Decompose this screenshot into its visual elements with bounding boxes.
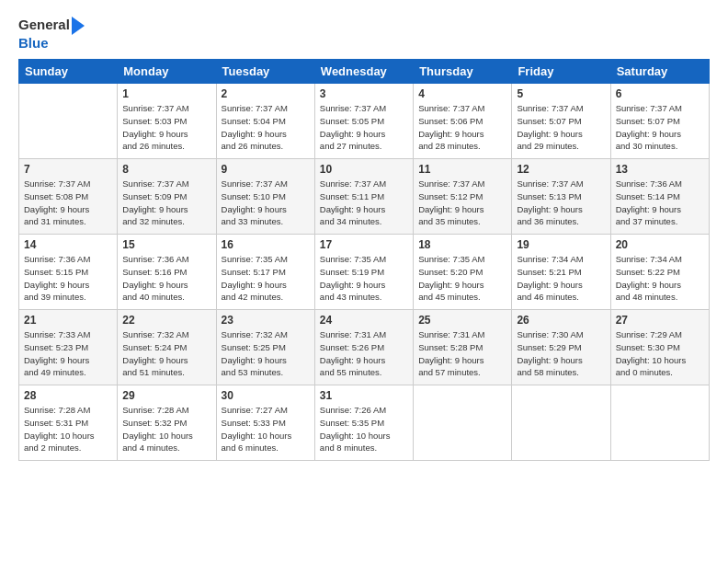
day-info: Sunrise: 7:37 AM Sunset: 5:09 PM Dayligh… (122, 178, 210, 228)
day-number: 12 (517, 163, 605, 176)
header-row: SundayMondayTuesdayWednesdayThursdayFrid… (19, 60, 710, 84)
day-number: 7 (24, 163, 112, 176)
day-number: 15 (122, 238, 210, 251)
day-cell: 20Sunrise: 7:34 AM Sunset: 5:22 PM Dayli… (610, 235, 709, 310)
day-cell: 31Sunrise: 7:26 AM Sunset: 5:35 PM Dayli… (314, 385, 413, 461)
day-number: 28 (24, 389, 112, 402)
day-cell: 8Sunrise: 7:37 AM Sunset: 5:09 PM Daylig… (118, 159, 216, 235)
day-number: 3 (320, 87, 408, 100)
header-cell-wednesday: Wednesday (314, 60, 413, 84)
day-cell: 1Sunrise: 7:37 AM Sunset: 5:03 PM Daylig… (118, 84, 216, 159)
day-number: 11 (418, 163, 506, 176)
day-number: 6 (616, 87, 704, 100)
day-info: Sunrise: 7:35 AM Sunset: 5:17 PM Dayligh… (222, 253, 310, 304)
day-cell: 28Sunrise: 7:28 AM Sunset: 5:31 PM Dayli… (19, 385, 118, 461)
day-number: 21 (24, 314, 112, 327)
day-info: Sunrise: 7:30 AM Sunset: 5:29 PM Dayligh… (517, 328, 605, 379)
day-number: 29 (122, 389, 210, 402)
day-number: 1 (122, 87, 210, 100)
header-cell-sunday: Sunday (19, 60, 118, 84)
day-info: Sunrise: 7:37 AM Sunset: 5:04 PM Dayligh… (222, 102, 310, 153)
day-cell: 26Sunrise: 7:30 AM Sunset: 5:29 PM Dayli… (512, 310, 610, 385)
day-cell: 29Sunrise: 7:28 AM Sunset: 5:32 PM Dayli… (118, 385, 216, 461)
week-row-5: 28Sunrise: 7:28 AM Sunset: 5:31 PM Dayli… (19, 385, 710, 461)
day-cell: 3Sunrise: 7:37 AM Sunset: 5:05 PM Daylig… (314, 84, 413, 159)
logo: General Blue (18, 17, 85, 52)
day-cell: 13Sunrise: 7:36 AM Sunset: 5:14 PM Dayli… (610, 159, 709, 235)
day-number: 10 (320, 163, 408, 176)
day-number: 4 (418, 87, 506, 100)
day-info: Sunrise: 7:37 AM Sunset: 5:13 PM Dayligh… (517, 178, 605, 228)
week-row-1: 1Sunrise: 7:37 AM Sunset: 5:03 PM Daylig… (19, 84, 710, 159)
day-info: Sunrise: 7:26 AM Sunset: 5:35 PM Dayligh… (320, 404, 408, 454)
day-cell: 6Sunrise: 7:37 AM Sunset: 5:07 PM Daylig… (610, 84, 709, 159)
calendar-table: SundayMondayTuesdayWednesdayThursdayFrid… (18, 59, 710, 461)
day-cell: 23Sunrise: 7:32 AM Sunset: 5:25 PM Dayli… (216, 310, 314, 385)
day-info: Sunrise: 7:37 AM Sunset: 5:06 PM Dayligh… (418, 102, 506, 153)
day-cell (414, 385, 512, 461)
week-row-2: 7Sunrise: 7:37 AM Sunset: 5:08 PM Daylig… (19, 159, 710, 235)
day-info: Sunrise: 7:37 AM Sunset: 5:05 PM Dayligh… (320, 102, 408, 153)
day-number: 16 (222, 238, 310, 251)
day-cell: 14Sunrise: 7:36 AM Sunset: 5:15 PM Dayli… (19, 235, 118, 310)
day-number: 23 (222, 314, 310, 327)
day-info: Sunrise: 7:31 AM Sunset: 5:28 PM Dayligh… (418, 328, 506, 379)
day-info: Sunrise: 7:36 AM Sunset: 5:16 PM Dayligh… (122, 253, 210, 304)
day-cell: 17Sunrise: 7:35 AM Sunset: 5:19 PM Dayli… (314, 235, 413, 310)
day-number: 31 (320, 389, 408, 402)
header-cell-monday: Monday (118, 60, 216, 84)
day-number: 8 (122, 163, 210, 176)
day-number: 13 (616, 163, 704, 176)
day-number: 9 (222, 163, 310, 176)
day-cell: 9Sunrise: 7:37 AM Sunset: 5:10 PM Daylig… (216, 159, 314, 235)
day-info: Sunrise: 7:34 AM Sunset: 5:22 PM Dayligh… (616, 253, 704, 304)
day-number: 20 (616, 238, 704, 251)
day-info: Sunrise: 7:28 AM Sunset: 5:32 PM Dayligh… (122, 404, 210, 454)
day-cell (19, 84, 118, 159)
day-cell: 24Sunrise: 7:31 AM Sunset: 5:26 PM Dayli… (314, 310, 413, 385)
day-cell: 21Sunrise: 7:33 AM Sunset: 5:23 PM Dayli… (19, 310, 118, 385)
svg-marker-0 (72, 17, 85, 35)
day-info: Sunrise: 7:32 AM Sunset: 5:24 PM Dayligh… (122, 328, 210, 379)
day-info: Sunrise: 7:32 AM Sunset: 5:25 PM Dayligh… (222, 328, 310, 379)
day-cell (610, 385, 709, 461)
day-info: Sunrise: 7:27 AM Sunset: 5:33 PM Dayligh… (222, 404, 310, 454)
logo-text: General Blue (18, 17, 85, 52)
day-cell: 12Sunrise: 7:37 AM Sunset: 5:13 PM Dayli… (512, 159, 610, 235)
header-cell-tuesday: Tuesday (216, 60, 314, 84)
header: General Blue (18, 17, 710, 52)
day-info: Sunrise: 7:33 AM Sunset: 5:23 PM Dayligh… (24, 328, 112, 379)
day-info: Sunrise: 7:37 AM Sunset: 5:07 PM Dayligh… (616, 102, 704, 153)
day-number: 26 (517, 314, 605, 327)
day-info: Sunrise: 7:37 AM Sunset: 5:11 PM Dayligh… (320, 178, 408, 228)
day-cell: 19Sunrise: 7:34 AM Sunset: 5:21 PM Dayli… (512, 235, 610, 310)
day-info: Sunrise: 7:29 AM Sunset: 5:30 PM Dayligh… (616, 328, 704, 379)
day-info: Sunrise: 7:37 AM Sunset: 5:08 PM Dayligh… (24, 178, 112, 228)
header-cell-saturday: Saturday (610, 60, 709, 84)
day-cell: 16Sunrise: 7:35 AM Sunset: 5:17 PM Dayli… (216, 235, 314, 310)
day-number: 14 (24, 238, 112, 251)
day-cell: 15Sunrise: 7:36 AM Sunset: 5:16 PM Dayli… (118, 235, 216, 310)
day-number: 18 (418, 238, 506, 251)
day-info: Sunrise: 7:35 AM Sunset: 5:20 PM Dayligh… (418, 253, 506, 304)
day-cell: 25Sunrise: 7:31 AM Sunset: 5:28 PM Dayli… (414, 310, 512, 385)
day-cell: 22Sunrise: 7:32 AM Sunset: 5:24 PM Dayli… (118, 310, 216, 385)
day-number: 30 (222, 389, 310, 402)
day-info: Sunrise: 7:37 AM Sunset: 5:03 PM Dayligh… (122, 102, 210, 153)
day-info: Sunrise: 7:28 AM Sunset: 5:31 PM Dayligh… (24, 404, 112, 454)
day-info: Sunrise: 7:37 AM Sunset: 5:12 PM Dayligh… (418, 178, 506, 228)
day-cell: 30Sunrise: 7:27 AM Sunset: 5:33 PM Dayli… (216, 385, 314, 461)
day-cell: 10Sunrise: 7:37 AM Sunset: 5:11 PM Dayli… (314, 159, 413, 235)
day-info: Sunrise: 7:36 AM Sunset: 5:14 PM Dayligh… (616, 178, 704, 228)
day-cell: 18Sunrise: 7:35 AM Sunset: 5:20 PM Dayli… (414, 235, 512, 310)
day-cell: 7Sunrise: 7:37 AM Sunset: 5:08 PM Daylig… (19, 159, 118, 235)
day-cell: 4Sunrise: 7:37 AM Sunset: 5:06 PM Daylig… (414, 84, 512, 159)
day-number: 19 (517, 238, 605, 251)
day-number: 25 (418, 314, 506, 327)
day-info: Sunrise: 7:36 AM Sunset: 5:15 PM Dayligh… (24, 253, 112, 304)
week-row-4: 21Sunrise: 7:33 AM Sunset: 5:23 PM Dayli… (19, 310, 710, 385)
day-number: 5 (517, 87, 605, 100)
day-cell (512, 385, 610, 461)
day-info: Sunrise: 7:31 AM Sunset: 5:26 PM Dayligh… (320, 328, 408, 379)
day-number: 27 (616, 314, 704, 327)
